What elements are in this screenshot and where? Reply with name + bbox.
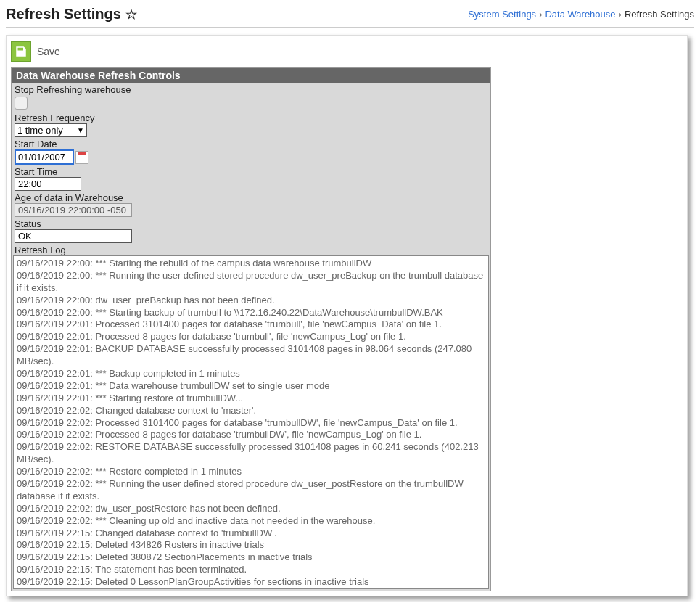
refresh-log-label: Refresh Log xyxy=(15,243,487,255)
page-title-row: Refresh Settings ☆ xyxy=(6,6,137,22)
refresh-log-textarea[interactable]: 09/16/2019 22:00: *** Starting the rebui… xyxy=(13,255,489,589)
log-line: 09/16/2019 22:02: *** Restore completed … xyxy=(17,466,485,478)
frequency-value: 1 time only xyxy=(17,125,63,136)
log-line: 09/16/2019 22:02: Changed database conte… xyxy=(17,405,485,417)
log-line: 09/16/2019 22:15: Deleted 380872 Section… xyxy=(17,551,485,564)
log-line: 09/16/2019 22:01: *** Starting restore o… xyxy=(17,393,485,405)
start-time-input[interactable] xyxy=(15,177,81,191)
breadcrumb-system-settings[interactable]: System Settings xyxy=(468,9,536,20)
favorite-star-icon[interactable]: ☆ xyxy=(125,7,137,22)
log-line: 09/16/2019 22:15: The statement has been… xyxy=(17,564,485,576)
save-button[interactable] xyxy=(11,41,31,62)
status-label: Status xyxy=(15,217,487,229)
age-label: Age of data in Warehouse xyxy=(15,191,487,203)
log-line: 09/16/2019 22:02: *** Cleaning up old an… xyxy=(17,515,485,528)
save-icon xyxy=(15,45,28,58)
age-value xyxy=(15,203,132,217)
chevron-right-icon: › xyxy=(619,9,622,20)
log-line: 09/16/2019 22:01: *** Data warehouse tru… xyxy=(17,380,485,393)
breadcrumb-current: Refresh Settings xyxy=(625,9,694,20)
log-line: 09/16/2019 22:01: *** Backup completed i… xyxy=(17,368,485,380)
frequency-label: Refresh Frequency xyxy=(15,111,487,123)
breadcrumb-data-warehouse[interactable]: Data Warehouse xyxy=(545,9,615,20)
status-value[interactable] xyxy=(15,229,132,243)
log-line: 09/16/2019 22:01: BACKUP DATABASE succes… xyxy=(17,343,485,368)
log-line: 09/16/2019 22:00: dw_user_preBackup has … xyxy=(17,295,485,307)
log-line: 09/16/2019 22:15: Deleted 0 LessonPlanGr… xyxy=(17,576,485,588)
log-line: 09/16/2019 22:01: Processed 3101400 page… xyxy=(17,319,485,331)
start-date-input[interactable] xyxy=(15,149,74,165)
log-line: 09/16/2019 22:00: *** Starting backup of… xyxy=(17,307,485,319)
log-line: 09/16/2019 22:00: *** Running the user d… xyxy=(17,270,485,295)
log-line: 09/16/2019 22:02: Processed 3101400 page… xyxy=(17,417,485,430)
controls-container: Data Warehouse Refresh Controls Stop Ref… xyxy=(11,67,491,591)
main-panel: Save Data Warehouse Refresh Controls Sto… xyxy=(6,35,688,596)
start-time-label: Start Time xyxy=(15,165,487,177)
stop-refresh-label: Stop Refreshing warehouse xyxy=(15,83,487,95)
start-date-label: Start Date xyxy=(15,137,487,149)
chevron-down-icon: ▼ xyxy=(77,126,84,134)
save-label: Save xyxy=(37,46,60,57)
log-line: 09/16/2019 22:15: Deleted 0 LessonPlanAc… xyxy=(17,588,485,589)
page-title: Refresh Settings xyxy=(6,6,121,22)
frequency-select[interactable]: 1 time only ▼ xyxy=(15,123,87,137)
log-line: 09/16/2019 22:02: RESTORE DATABASE succe… xyxy=(17,441,485,466)
log-line: 09/16/2019 22:02: *** Running the user d… xyxy=(17,478,485,503)
stop-refresh-checkbox[interactable] xyxy=(15,97,28,110)
panel-header: Data Warehouse Refresh Controls xyxy=(12,68,490,83)
log-line: 09/16/2019 22:02: Processed 8 pages for … xyxy=(17,429,485,441)
chevron-right-icon: › xyxy=(539,9,542,20)
breadcrumb: System Settings › Data Warehouse › Refre… xyxy=(468,9,694,20)
calendar-icon[interactable] xyxy=(75,151,88,164)
log-line: 09/16/2019 22:01: Processed 8 pages for … xyxy=(17,331,485,343)
log-line: 09/16/2019 22:02: dw_user_postRestore ha… xyxy=(17,503,485,515)
log-line: 09/16/2019 22:15: Deleted 434826 Rosters… xyxy=(17,539,485,551)
log-line: 09/16/2019 22:00: *** Starting the rebui… xyxy=(17,258,485,270)
log-line: 09/16/2019 22:15: Changed database conte… xyxy=(17,528,485,540)
